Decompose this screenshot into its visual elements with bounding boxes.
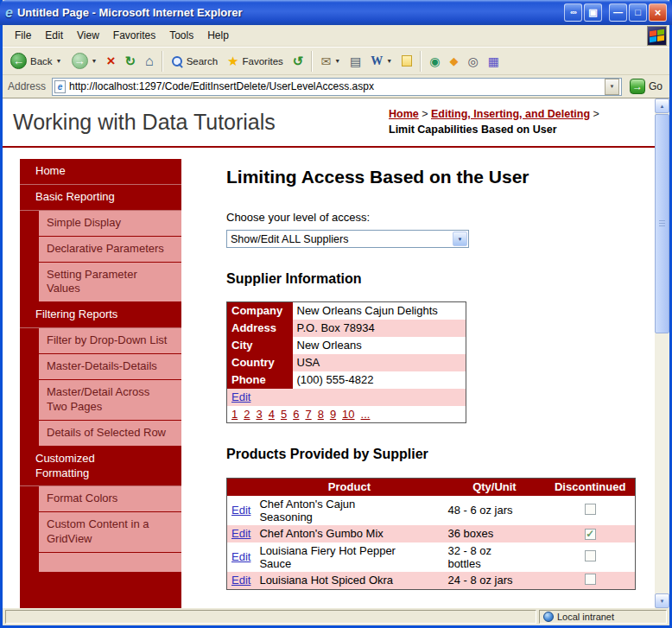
edit-with-word-button[interactable]: W ▼ <box>366 49 396 73</box>
breadcrumb-section-link[interactable]: Editing, Inserting, and Deleting <box>431 108 590 120</box>
go-button[interactable]: → Go <box>625 77 667 96</box>
pager-link-5[interactable]: 5 <box>281 408 287 421</box>
pager-link-10[interactable]: 10 <box>342 408 354 421</box>
mail-button[interactable]: ✉ ▼ <box>316 49 345 73</box>
table-row: Phone (100) 555-4822 <box>227 371 466 389</box>
addon-button-3[interactable]: ◎ <box>463 49 482 73</box>
product-edit-link[interactable]: Edit <box>231 504 250 517</box>
field-label: Country <box>227 354 293 371</box>
breadcrumb-current: Limit Capabilities Based on User <box>389 124 557 136</box>
extra-window-button[interactable]: ▣ <box>584 3 602 22</box>
search-button[interactable]: Search <box>167 49 222 73</box>
menu-favorites[interactable]: Favorites <box>106 26 162 45</box>
back-button[interactable]: ← Back ▼ <box>6 49 67 73</box>
scrollbar-thumb[interactable] <box>655 114 669 333</box>
browser-viewport: Working with Data Tutorials Home > Editi… <box>3 98 669 608</box>
discontinued-checkbox[interactable] <box>585 574 596 585</box>
go-icon: → <box>630 79 645 94</box>
sidebar-item-master-details-details[interactable]: Master-Details-Details <box>39 354 181 380</box>
product-name: Louisiana Hot Spiced Okra <box>255 572 443 590</box>
vertical-scrollbar[interactable]: ▲ ▼ <box>655 98 669 608</box>
sidebar-item-customized-formatting[interactable]: Customized Formatting <box>20 447 181 487</box>
chevrons-button[interactable]: «» <box>564 3 582 22</box>
sidebar-item-declarative-parameters[interactable]: Declarative Parameters <box>39 237 181 263</box>
product-edit-link[interactable]: Edit <box>231 550 250 563</box>
pager-link-8[interactable]: 8 <box>318 408 324 421</box>
addon-button-1[interactable]: ◉ <box>425 49 444 73</box>
access-level-select[interactable]: Show/Edit ALL Suppliers ▼ <box>226 230 469 248</box>
sidebar-item-simple-display[interactable]: Simple Display <box>39 211 181 237</box>
pager-link-7[interactable]: 7 <box>305 408 311 421</box>
forward-dropdown-icon[interactable]: ▼ <box>92 58 98 64</box>
menu-tools[interactable]: Tools <box>162 26 200 45</box>
pager-link-6[interactable]: 6 <box>293 408 299 421</box>
sidebar-item-filtering-reports[interactable]: Filtering Reports <box>20 302 181 328</box>
page-icon: e <box>54 80 66 93</box>
edit-dropdown-icon[interactable]: ▼ <box>386 58 392 64</box>
print-button[interactable]: ▤ <box>346 49 365 73</box>
maximize-button[interactable]: □ <box>629 3 647 22</box>
pager-link-more[interactable]: ... <box>361 408 371 421</box>
table-row: Edit Louisiana Fiery Hot Pepper Sauce 32… <box>227 542 636 572</box>
minimize-button[interactable]: — <box>609 3 627 22</box>
addon-grid-icon: ▦ <box>488 55 499 67</box>
breadcrumb-home-link[interactable]: Home <box>389 108 419 120</box>
scroll-down-button[interactable]: ▼ <box>655 593 669 608</box>
supplier-edit-link[interactable]: Edit <box>231 390 250 403</box>
sidebar-item-filter-by-dropdown-list[interactable]: Filter by Drop-Down List <box>39 328 181 354</box>
pager-link-3[interactable]: 3 <box>256 408 262 421</box>
sidebar-item-basic-reporting[interactable]: Basic Reporting <box>20 185 181 211</box>
mail-dropdown-icon[interactable]: ▼ <box>334 58 340 64</box>
addon-button-4[interactable]: ▦ <box>484 49 504 73</box>
close-button[interactable]: × <box>649 3 667 22</box>
main-content: Limiting Access Based on the User Choose… <box>226 159 655 590</box>
scroll-up-button[interactable]: ▲ <box>655 98 669 113</box>
chevron-down-icon[interactable]: ▼ <box>453 232 467 246</box>
field-value: New Orleans Cajun Delights <box>293 302 466 320</box>
go-label: Go <box>649 80 662 92</box>
pager-link-9[interactable]: 9 <box>330 408 336 421</box>
sidebar-item-details-of-selected-row[interactable]: Details of Selected Row <box>39 421 181 447</box>
product-edit-link[interactable]: Edit <box>231 574 250 587</box>
sidebar-item-custom-content-gridview[interactable]: Custom Content in a GridView <box>39 512 181 553</box>
discontinued-checkbox[interactable]: ✓ <box>585 529 596 540</box>
discontinued-checkbox[interactable] <box>585 504 596 515</box>
menu-view[interactable]: View <box>70 26 106 45</box>
status-pane-main <box>5 610 536 624</box>
pager-link-2[interactable]: 2 <box>244 408 250 421</box>
pager-link-4[interactable]: 4 <box>269 408 275 421</box>
sidebar-item-setting-parameter-values[interactable]: Setting Parameter Values <box>39 263 181 303</box>
menu-file[interactable]: File <box>8 26 38 45</box>
address-dropdown-button[interactable]: ▼ <box>605 79 619 95</box>
forward-button[interactable]: → ▼ <box>67 49 102 73</box>
refresh-button[interactable]: ↻ <box>120 49 140 73</box>
stop-button[interactable]: × <box>102 49 119 73</box>
sidebar-item-master-detail-two-pages[interactable]: Master/Detail Across Two Pages <box>39 380 181 421</box>
product-edit-link[interactable]: Edit <box>231 527 250 540</box>
sidebar-item-home[interactable]: Home <box>20 159 181 185</box>
favorites-button[interactable]: ★ Favorites <box>223 49 288 73</box>
pager-row: 12345678910... <box>227 406 466 423</box>
column-header-product: Product <box>255 479 443 496</box>
addon-button-2[interactable]: ◆ <box>445 49 462 73</box>
windows-flag-logo <box>647 26 667 46</box>
status-pane-zone: Local intranet <box>539 610 667 624</box>
discuss-button[interactable] <box>397 49 416 73</box>
table-row: City New Orleans <box>227 337 466 354</box>
discontinued-checkbox[interactable] <box>585 550 596 561</box>
home-button[interactable]: ⌂ <box>141 49 158 73</box>
sidebar-item-clipped[interactable] <box>39 553 181 572</box>
windows-flag-icon <box>650 29 664 42</box>
pager-link-1[interactable]: 1 <box>231 408 238 421</box>
address-url[interactable]: http://localhost:1297/Code/EditInsertDel… <box>69 80 601 92</box>
sidebar-item-format-colors[interactable]: Format Colors <box>39 486 181 512</box>
product-qty: 24 - 8 oz jars <box>443 572 545 590</box>
address-input[interactable]: e http://localhost:1297/Code/EditInsertD… <box>52 78 622 96</box>
product-name: Chef Anton's Cajun Seasoning <box>255 496 443 525</box>
menu-help[interactable]: Help <box>200 26 236 45</box>
field-value: New Orleans <box>293 337 466 354</box>
toolbar-separator <box>162 51 163 72</box>
history-button[interactable]: ↺ <box>288 49 308 73</box>
back-dropdown-icon[interactable]: ▼ <box>56 58 62 64</box>
menu-edit[interactable]: Edit <box>38 26 70 45</box>
